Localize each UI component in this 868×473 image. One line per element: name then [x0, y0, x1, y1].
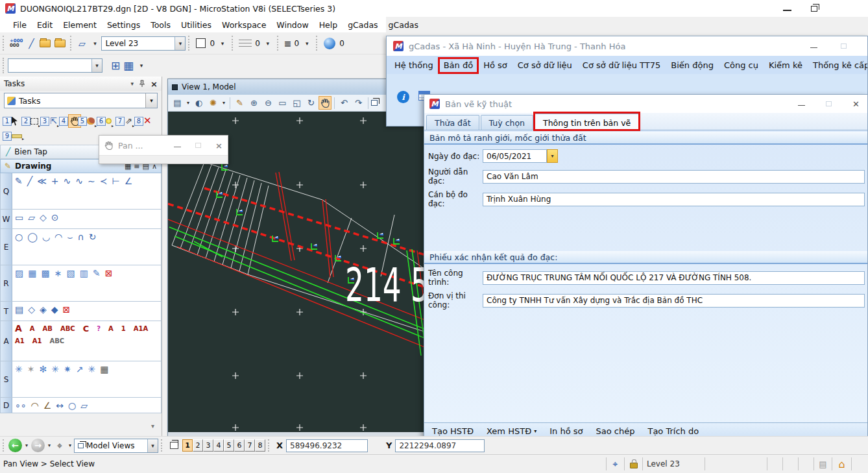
- tool-display[interactable]: 6▸: [97, 114, 115, 128]
- tao-trich-do-button[interactable]: Tạo Trích do: [647, 426, 699, 436]
- info-icon[interactable]: i: [397, 91, 409, 103]
- xem-hstd-button[interactable]: Xem HSTĐ▾: [487, 426, 536, 436]
- tool-icon[interactable]: A1: [32, 337, 42, 345]
- level-selector[interactable]: Level 23 ▾: [101, 36, 186, 51]
- tool-icon[interactable]: 1: [121, 324, 126, 333]
- tool-icon[interactable]: +: [51, 176, 59, 186]
- update-view-icon[interactable]: ✎: [233, 96, 247, 110]
- tool-icon[interactable]: ▩: [41, 269, 49, 278]
- tool-icon[interactable]: A: [15, 324, 22, 333]
- text-input[interactable]: Công ty TNHH Tư vấn Xây dựng và Trắc địa…: [483, 294, 865, 308]
- toolbar-grip[interactable]: [188, 36, 191, 51]
- y-coordinate-input[interactable]: 2212294.0897: [395, 439, 485, 452]
- open-folder-icon[interactable]: [40, 40, 51, 47]
- menu-help[interactable]: Help: [314, 18, 343, 32]
- tool-icon[interactable]: ○: [68, 401, 76, 411]
- gcadas-menu-ho-so[interactable]: Hồ sơ: [478, 57, 512, 73]
- view-toggle-3[interactable]: 3: [203, 439, 213, 452]
- toolbar-grip[interactable]: [277, 36, 280, 51]
- back-icon[interactable]: ←: [8, 439, 22, 452]
- date-dropdown-icon[interactable]: ▾: [547, 149, 558, 163]
- tab-thua-dat[interactable]: Thửa đất: [426, 115, 479, 130]
- minimize-icon[interactable]: [174, 143, 181, 147]
- tool-copy[interactable]: 7⇗▸: [115, 114, 134, 128]
- tool-icon[interactable]: ∘∘: [15, 401, 27, 411]
- dialog-titlebar[interactable]: M Bản vẽ kỹ thuật ✕: [424, 95, 867, 113]
- tool-icon[interactable]: ↔: [56, 401, 64, 411]
- tool-icon[interactable]: ◠: [31, 401, 39, 411]
- template-dropdown-icon[interactable]: ▾: [88, 36, 101, 51]
- tool-icon[interactable]: ⌣: [67, 232, 73, 242]
- tool-icon[interactable]: ╱: [27, 176, 32, 186]
- view-toggle-7[interactable]: 7: [245, 439, 255, 452]
- tool-measure[interactable]: 9▸: [3, 132, 29, 141]
- gcadas-menu-bien-dong[interactable]: Biến động: [666, 57, 719, 73]
- view-toggle-8[interactable]: 8: [255, 439, 265, 452]
- pointer-dropdown-icon[interactable]: ▾: [66, 439, 74, 453]
- menu-utilities[interactable]: Utilities: [176, 18, 217, 32]
- tool-icon[interactable]: ✎: [93, 269, 101, 278]
- tool-move-fence[interactable]: 3⇱▸: [40, 114, 59, 128]
- tool-change-attributes[interactable]: 5▸: [78, 114, 97, 128]
- home-icon[interactable]: ⌂: [832, 457, 851, 470]
- keyin-browse-icon[interactable]: ▦: [122, 58, 135, 73]
- tool-icon[interactable]: ⊠: [105, 269, 113, 278]
- tool-icon[interactable]: ✷: [64, 365, 71, 374]
- tool-icon[interactable]: ◈: [40, 305, 47, 315]
- toolbar-grip[interactable]: [268, 439, 271, 452]
- gcadas-menu-csdl-tt75[interactable]: Cơ sở dữ liệu TT75: [577, 57, 666, 73]
- tool-icon[interactable]: ✳: [15, 365, 23, 374]
- tool-icon[interactable]: ◇: [40, 213, 47, 223]
- tool-icon[interactable]: ∿: [75, 176, 83, 186]
- keyin-more-icon[interactable]: ▾: [135, 58, 148, 73]
- place-line-icon[interactable]: ╱: [25, 36, 38, 51]
- tool-icon[interactable]: ▧: [66, 269, 75, 278]
- tool-icon[interactable]: ✶: [27, 365, 35, 374]
- menu-element[interactable]: Element: [58, 18, 102, 32]
- view-previous-icon[interactable]: ↶: [337, 96, 351, 110]
- in-ho-so-button[interactable]: In hồ sơ: [549, 426, 583, 436]
- view-attributes-icon[interactable]: ▤: [171, 96, 184, 110]
- tool-icon[interactable]: ▭: [15, 213, 23, 223]
- tasks-combo-dropdown-icon[interactable]: ▾: [145, 93, 157, 108]
- model-views-dropdown-icon[interactable]: ▾: [147, 439, 158, 452]
- maximize-icon[interactable]: [841, 43, 847, 49]
- tao-hstd-button[interactable]: Tạo HSTĐ: [432, 426, 474, 436]
- x-coordinate-input[interactable]: 589496.9232: [286, 439, 368, 452]
- text-input[interactable]: Trịnh Xuân Hùng: [483, 193, 865, 206]
- tool-icon[interactable]: ✻: [39, 365, 47, 374]
- tool-icon[interactable]: ∿: [64, 176, 71, 186]
- tool-icon[interactable]: ?: [97, 324, 101, 333]
- tool-icon[interactable]: A: [108, 324, 114, 333]
- pin-icon[interactable]: [139, 80, 145, 88]
- tool-icon[interactable]: ◡: [42, 232, 50, 242]
- tool-icon[interactable]: ≪: [37, 176, 47, 186]
- toolbar-grip[interactable]: [3, 36, 5, 51]
- tool-icon[interactable]: ⊙: [51, 213, 59, 223]
- tool-icon[interactable]: ▨: [15, 269, 23, 278]
- tool-icon[interactable]: A1A: [134, 324, 148, 333]
- tool-icon[interactable]: A: [30, 324, 35, 333]
- menu-gcadas-1[interactable]: gCadas: [343, 18, 383, 32]
- line-weight-dropdown-icon[interactable]: ▾: [300, 36, 313, 51]
- tool-icon[interactable]: ▦: [100, 365, 108, 374]
- transparency-globe-icon[interactable]: [324, 38, 335, 49]
- gcadas-menu-kiem-ke[interactable]: Kiểm kê: [764, 57, 808, 73]
- tool-icon[interactable]: ∼: [88, 176, 95, 186]
- close-icon[interactable]: ✕: [852, 99, 860, 109]
- line-style-dropdown-icon[interactable]: ▾: [261, 36, 274, 51]
- line-weight-icon[interactable]: ≡: [284, 38, 291, 49]
- element-template-icon[interactable]: ▱: [75, 36, 88, 51]
- gcadas-menu-he-thong[interactable]: Hệ thống: [389, 57, 439, 73]
- toolbar-grip[interactable]: [232, 36, 234, 51]
- gcadas-menu-csdl[interactable]: Cơ sở dữ liệu: [512, 57, 577, 73]
- pan-titlebar[interactable]: Pan ... ×: [99, 136, 228, 155]
- lock-cell[interactable]: [624, 457, 642, 470]
- menu-window[interactable]: Window: [271, 18, 313, 32]
- gcadas-menu-ban-do[interactable]: Bản đồ: [439, 57, 478, 73]
- tool-delete[interactable]: 8✕: [134, 114, 153, 128]
- sao-chep-button[interactable]: Sao chép: [596, 426, 635, 436]
- tool-icon[interactable]: ◇: [28, 305, 35, 315]
- tool-icon[interactable]: ✳: [51, 365, 59, 374]
- menu-file[interactable]: File: [8, 18, 32, 32]
